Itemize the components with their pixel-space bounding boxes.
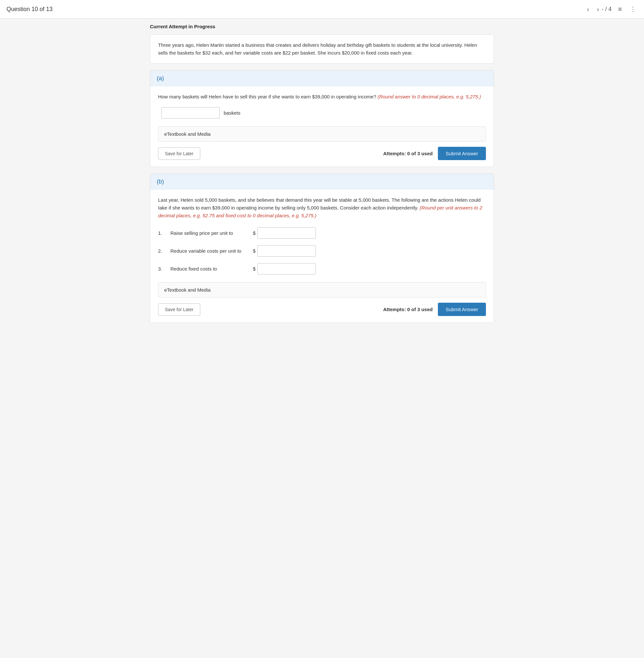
part-a-attempts: Attempts: 0 of 3 used: [383, 151, 433, 156]
part-b-attempts: Attempts: 0 of 3 used: [383, 307, 433, 312]
item-3-input-wrap: $: [253, 263, 316, 275]
item-label-3: Reduce fixed costs to: [170, 266, 248, 271]
part-b-header: (b): [150, 174, 494, 190]
reduce-variable-costs-input[interactable]: [257, 245, 316, 257]
header-right: - / 4 ≡ ⋮: [601, 4, 638, 14]
reduce-fixed-costs-input[interactable]: [257, 263, 316, 275]
part-a-header: (a): [150, 70, 494, 86]
item-2-input-wrap: $: [253, 245, 316, 257]
part-a-submit-button[interactable]: Submit Answer: [438, 147, 486, 160]
attempt-banner: Current Attempt in Progress: [150, 24, 494, 29]
next-question-button[interactable]: ›: [594, 4, 602, 14]
raise-price-input[interactable]: [257, 227, 316, 239]
list-icon-button[interactable]: ≡: [617, 4, 623, 14]
item-number-2: 2.: [158, 248, 166, 254]
part-b-section: (b) Last year, Helen sold 5,000 baskets,…: [150, 173, 494, 323]
item-1-input-wrap: $: [253, 227, 316, 239]
item-number-1: 1.: [158, 230, 166, 236]
part-b-submit-button[interactable]: Submit Answer: [438, 303, 486, 316]
part-a-section: (a) How many baskets will Helen have to …: [150, 70, 494, 167]
part-a-unit: baskets: [224, 110, 240, 116]
context-text: Three years ago, Helen Martin started a …: [158, 42, 477, 56]
part-b-right-actions: Attempts: 0 of 3 used Submit Answer: [383, 303, 486, 316]
page-header: Question 10 of 13 ‹ › - / 4 ≡ ⋮: [0, 0, 644, 19]
question-nav: ‹ ›: [584, 4, 601, 14]
question-context: Three years ago, Helen Martin started a …: [150, 35, 494, 64]
part-a-note: (Round answer to 0 decimal places, e.g. …: [377, 94, 481, 100]
part-b-action-row: Save for Later Attempts: 0 of 3 used Sub…: [158, 303, 486, 316]
item-label-2: Reduce variable costs per unit to: [170, 248, 248, 254]
item-number-3: 3.: [158, 266, 166, 271]
part-a-input-row: baskets: [158, 107, 486, 118]
question-title: Question 10 of 13: [6, 6, 579, 13]
part-a-etextbook[interactable]: eTextbook and Media: [158, 126, 486, 141]
part-b-intro: Last year, Helen sold 5,000 baskets, and…: [158, 196, 486, 220]
part-a-right-actions: Attempts: 0 of 3 used Submit Answer: [383, 147, 486, 160]
dollar-sign-1: $: [253, 230, 255, 236]
part-a-body: How many baskets will Helen have to sell…: [150, 86, 494, 167]
part-a-action-row: Save for Later Attempts: 0 of 3 used Sub…: [158, 147, 486, 160]
prev-question-button[interactable]: ‹: [584, 4, 592, 14]
part-a-save-button[interactable]: Save for Later: [158, 148, 200, 160]
item-label-1: Raise selling price per unit to: [170, 230, 248, 236]
part-b-items-list: 1. Raise selling price per unit to $ 2. …: [158, 227, 486, 275]
list-item: 2. Reduce variable costs per unit to $: [158, 245, 486, 257]
list-item: 1. Raise selling price per unit to $: [158, 227, 486, 239]
part-b-etextbook[interactable]: eTextbook and Media: [158, 282, 486, 298]
part-a-question-text: How many baskets will Helen have to sell…: [158, 94, 376, 100]
score-display: - / 4: [601, 6, 612, 13]
part-a-question: How many baskets will Helen have to sell…: [158, 93, 486, 101]
more-options-button[interactable]: ⋮: [628, 4, 638, 14]
part-a-answer-input[interactable]: [161, 107, 220, 118]
dollar-sign-3: $: [253, 266, 255, 271]
dollar-sign-2: $: [253, 248, 255, 254]
list-item: 3. Reduce fixed costs to $: [158, 263, 486, 275]
part-b-save-button[interactable]: Save for Later: [158, 303, 200, 316]
main-content: Current Attempt in Progress Three years …: [143, 19, 501, 334]
part-b-body: Last year, Helen sold 5,000 baskets, and…: [150, 190, 494, 323]
